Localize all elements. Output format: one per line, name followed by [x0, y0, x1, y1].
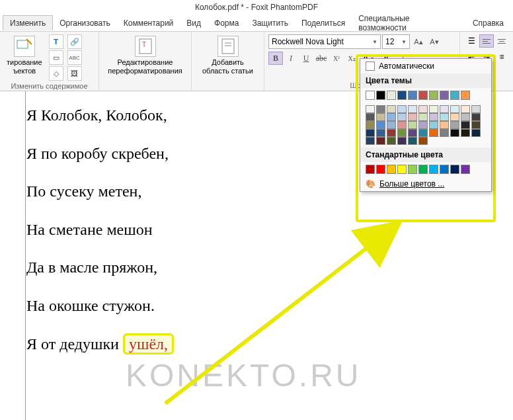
color-swatch[interactable] [440, 121, 449, 129]
doc-line-7[interactable]: Я от дедушки ушёл, [26, 333, 487, 356]
underline-button[interactable]: U [299, 52, 313, 65]
color-swatch[interactable] [387, 121, 396, 129]
menu-view[interactable]: Вид [180, 16, 208, 30]
color-swatch[interactable] [397, 91, 407, 100]
color-swatch[interactable] [450, 113, 459, 121]
color-swatch[interactable] [408, 113, 417, 121]
color-swatch[interactable] [429, 121, 438, 129]
color-swatch[interactable] [387, 105, 396, 113]
color-swatch[interactable] [440, 165, 449, 174]
color-swatch[interactable] [387, 129, 396, 137]
menu-edit[interactable]: Изменить [3, 15, 53, 30]
color-swatch[interactable] [376, 113, 385, 121]
color-swatch[interactable] [376, 165, 385, 174]
color-swatch[interactable] [461, 129, 470, 137]
color-swatch[interactable] [450, 129, 459, 137]
color-swatch[interactable] [397, 113, 407, 121]
color-swatch[interactable] [397, 121, 407, 129]
grow-font-button[interactable]: A▴ [411, 34, 426, 49]
color-swatch[interactable] [418, 121, 428, 129]
align-center-button[interactable] [494, 34, 509, 48]
bold-button[interactable]: B [268, 52, 283, 65]
color-swatch[interactable] [418, 137, 428, 145]
auto-color-row[interactable]: Автоматически [360, 59, 491, 73]
font-family-select[interactable]: Rockwell Nova Light ▼ [268, 34, 381, 49]
italic-button[interactable]: I [284, 52, 298, 65]
color-swatch[interactable] [387, 137, 396, 145]
color-swatch[interactable] [366, 137, 375, 145]
align-left-button[interactable] [479, 34, 494, 48]
color-swatch[interactable] [397, 105, 407, 113]
menu-protect[interactable]: Защитить [245, 16, 294, 30]
add-area-button[interactable]: Добавить область статьи [200, 34, 256, 77]
color-swatch[interactable] [418, 129, 428, 137]
color-swatch[interactable] [461, 121, 470, 129]
color-swatch[interactable] [429, 165, 438, 174]
bullet-list-button[interactable]: ☰ [464, 34, 479, 48]
color-swatch[interactable] [450, 91, 459, 100]
color-swatch[interactable] [366, 129, 375, 137]
color-swatch[interactable] [429, 91, 438, 100]
color-swatch[interactable] [440, 105, 449, 113]
shape-tool-button[interactable]: ◇ [49, 66, 63, 81]
color-swatch[interactable] [366, 165, 375, 174]
subscript-button[interactable]: X₂ [344, 52, 359, 65]
color-swatch[interactable] [366, 105, 375, 113]
color-swatch[interactable] [429, 113, 438, 121]
color-swatch[interactable] [418, 91, 428, 100]
text-tool-button[interactable]: T [49, 34, 63, 49]
object-tool-button[interactable]: ▭ [49, 50, 63, 65]
edit-objects-button[interactable]: тирование ъектов [4, 34, 45, 77]
color-swatch[interactable] [450, 165, 459, 174]
doc-line-4[interactable]: На сметане мешон [26, 219, 487, 241]
color-swatch[interactable] [471, 121, 481, 129]
color-swatch[interactable] [397, 165, 407, 174]
color-swatch[interactable] [461, 113, 470, 121]
color-swatch[interactable] [429, 129, 438, 137]
color-swatch[interactable] [461, 91, 470, 100]
color-swatch[interactable] [450, 121, 459, 129]
color-swatch[interactable] [408, 165, 417, 174]
color-swatch[interactable] [387, 91, 396, 100]
color-swatch[interactable] [418, 165, 428, 174]
color-swatch[interactable] [366, 113, 375, 121]
color-swatch[interactable] [461, 105, 470, 113]
color-swatch[interactable] [387, 113, 396, 121]
color-swatch[interactable] [440, 113, 449, 121]
color-swatch[interactable] [471, 129, 481, 137]
color-swatch[interactable] [471, 105, 481, 113]
color-swatch[interactable] [418, 105, 428, 113]
color-swatch[interactable] [408, 105, 417, 113]
menu-organize[interactable]: Организовать [53, 16, 117, 30]
color-swatch[interactable] [471, 113, 481, 121]
color-swatch[interactable] [429, 105, 438, 113]
superscript-button[interactable]: X² [329, 52, 344, 65]
edit-reformat-button[interactable]: T Редактирование переформатирования [105, 34, 184, 77]
color-swatch[interactable] [450, 105, 459, 113]
menu-comment[interactable]: Комментарий [117, 16, 180, 30]
menu-help[interactable]: Справка [466, 16, 510, 30]
doc-line-6[interactable]: На окошке стужон. [26, 295, 487, 317]
color-swatch[interactable] [440, 129, 449, 137]
link-tool-button[interactable]: 🔗 [67, 34, 82, 49]
abc-tool-button[interactable]: ABC [67, 50, 82, 65]
font-size-select[interactable]: 12 ▼ [382, 34, 410, 49]
highlighted-word[interactable]: ушёл, [123, 333, 174, 355]
color-swatch[interactable] [366, 91, 375, 100]
strikethrough-button[interactable]: abc [314, 52, 329, 65]
color-swatch[interactable] [376, 91, 385, 100]
color-swatch[interactable] [418, 113, 428, 121]
color-swatch[interactable] [387, 165, 396, 174]
line-spacing-button[interactable]: ≡ [494, 50, 509, 63]
color-swatch[interactable] [408, 137, 417, 145]
color-swatch[interactable] [461, 165, 470, 174]
menu-share[interactable]: Поделиться [295, 16, 352, 30]
color-swatch[interactable] [376, 121, 385, 129]
more-colors-row[interactable]: 🎨 Больше цветов ... [360, 177, 491, 191]
color-swatch[interactable] [376, 129, 385, 137]
doc-line-5[interactable]: Да в масле пряжон, [26, 257, 487, 279]
menu-form[interactable]: Форма [208, 16, 245, 30]
color-swatch[interactable] [440, 91, 449, 100]
color-swatch[interactable] [408, 91, 417, 100]
color-swatch[interactable] [408, 129, 417, 137]
